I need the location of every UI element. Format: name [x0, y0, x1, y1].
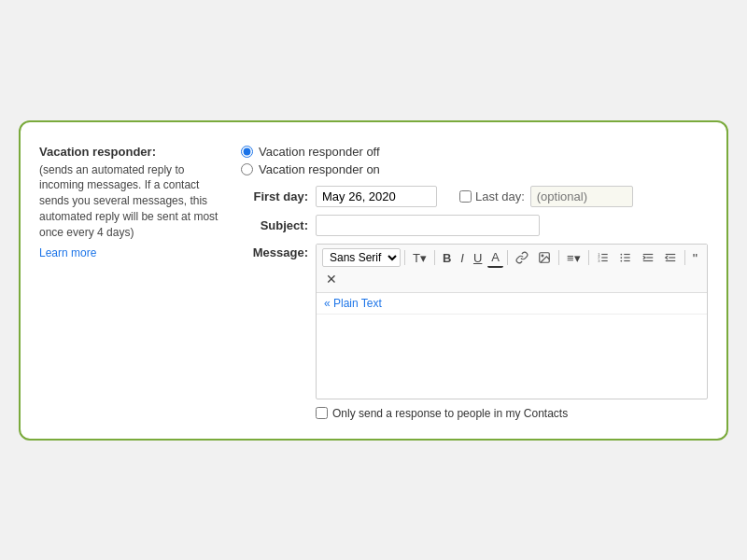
radio-on-label: Vacation responder on: [259, 162, 380, 176]
last-day-label: Last day:: [459, 189, 525, 203]
section-description: (sends an automated reply to incoming me…: [39, 162, 226, 241]
subject-row: Subject:: [241, 215, 708, 236]
vacation-responder-card: Vacation responder: (sends an automated …: [19, 120, 728, 441]
svg-point-12: [620, 257, 622, 259]
link-button[interactable]: [512, 249, 532, 266]
svg-point-13: [620, 260, 622, 262]
align-button[interactable]: ≡▾: [563, 249, 585, 267]
editor-wrapper: Sans Serif T▾ B I U A: [316, 244, 708, 399]
italic-button[interactable]: I: [457, 249, 468, 267]
plain-text-link[interactable]: « Plain Text: [317, 293, 707, 315]
toolbar-divider-6: [684, 250, 685, 265]
ol-button[interactable]: 123: [593, 249, 613, 266]
right-panel: Vacation responder off Vacation responde…: [241, 145, 708, 420]
radio-on-input[interactable]: [241, 163, 253, 175]
subject-label: Subject:: [241, 218, 308, 232]
outdent-button[interactable]: [660, 249, 681, 266]
radio-group: Vacation responder off Vacation responde…: [241, 145, 708, 176]
svg-point-1: [542, 255, 543, 257]
first-day-row: First day: Last day:: [241, 186, 708, 207]
font-color-button[interactable]: A: [487, 248, 503, 268]
remove-format-button[interactable]: ✕: [322, 270, 341, 288]
font-family-select[interactable]: Sans Serif: [322, 248, 401, 267]
underline-button[interactable]: U: [470, 249, 486, 267]
ul-button[interactable]: [615, 249, 636, 266]
subject-input[interactable]: [316, 215, 540, 236]
radio-off-item[interactable]: Vacation responder off: [241, 145, 708, 159]
radio-off-input[interactable]: [241, 146, 253, 158]
last-day-group: Last day:: [459, 186, 633, 207]
learn-more-link[interactable]: Learn more: [39, 246, 96, 259]
image-button[interactable]: [534, 249, 555, 266]
toolbar-divider-3: [507, 250, 508, 265]
toolbar-divider-4: [558, 250, 559, 265]
bold-button[interactable]: B: [439, 249, 455, 267]
radio-off-label: Vacation responder off: [259, 145, 380, 159]
toolbar-divider-1: [404, 250, 405, 265]
font-size-button[interactable]: T▾: [409, 249, 430, 267]
contacts-label-text: Only send a response to people in my Con…: [332, 407, 568, 420]
toolbar-divider-5: [588, 250, 589, 265]
first-day-label: First day:: [241, 189, 308, 203]
first-day-input[interactable]: [316, 186, 437, 207]
radio-on-item[interactable]: Vacation responder on: [241, 162, 708, 176]
svg-text:3: 3: [598, 259, 600, 263]
left-panel: Vacation responder: (sends an automated …: [39, 145, 226, 420]
contacts-label[interactable]: Only send a response to people in my Con…: [316, 407, 568, 420]
svg-point-11: [620, 254, 622, 256]
editor-toolbar: Sans Serif T▾ B I U A: [317, 245, 707, 293]
message-row: Message: Sans Serif T▾ B I U A: [241, 244, 708, 399]
contacts-checkbox[interactable]: [316, 407, 328, 419]
toolbar-divider-2: [434, 250, 435, 265]
message-label: Message:: [241, 244, 308, 259]
message-editor[interactable]: [317, 315, 707, 399]
last-day-checkbox[interactable]: [459, 190, 472, 203]
section-title: Vacation responder:: [39, 145, 226, 159]
contacts-row: Only send a response to people in my Con…: [241, 407, 708, 420]
blockquote-button[interactable]: ": [689, 248, 701, 268]
indent-button[interactable]: [638, 249, 658, 266]
last-day-input[interactable]: [530, 186, 633, 207]
